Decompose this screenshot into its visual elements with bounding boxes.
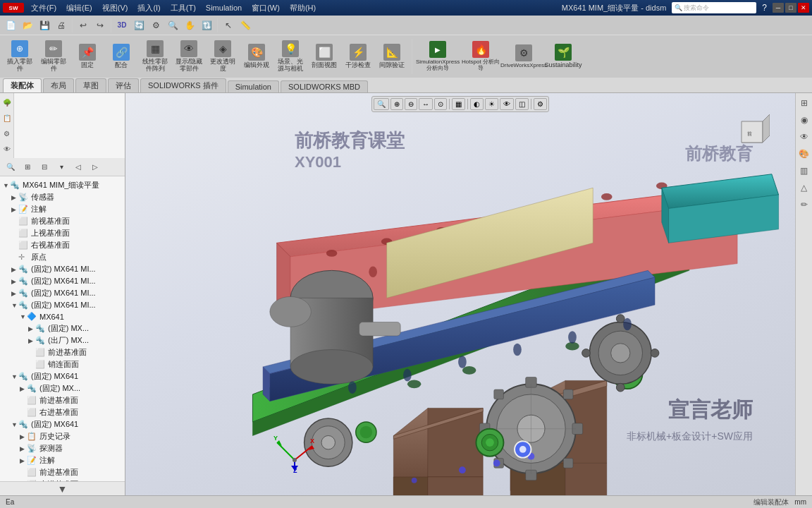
menu-tools[interactable]: 工具(T) xyxy=(168,3,199,13)
tb-undo-btn[interactable]: ↩ xyxy=(75,18,91,33)
menu-window[interactable]: 窗口(W) xyxy=(249,3,283,13)
tb-pan-btn[interactable]: ✋ xyxy=(182,18,197,33)
maximize-btn[interactable]: □ xyxy=(785,3,796,13)
tab-evaluate[interactable]: 评估 xyxy=(108,78,139,92)
tab-assembly[interactable]: 装配体 xyxy=(3,78,42,92)
rp-display[interactable]: ◉ xyxy=(797,113,811,127)
tree-item-root[interactable]: ▼ 🔩 MX641 MIM_细读平量 xyxy=(1,179,123,191)
tb-rotate-btn[interactable]: 🔃 xyxy=(199,18,214,33)
tree-item-annotations[interactable]: ▶ 📝 注解 xyxy=(1,203,123,215)
tb-rebuild-btn[interactable]: 🔄 xyxy=(131,18,147,33)
tree-arrow-sub1a1: ▶ xyxy=(28,325,35,332)
tb-clearance-btn[interactable]: 📐 间隙验证 xyxy=(376,38,407,75)
help-btn[interactable]: ? xyxy=(762,3,767,13)
tb-hotspot-btn[interactable]: 🔥 Hotspot 分析向导 xyxy=(462,38,500,75)
tb-print-btn[interactable]: 🖨 xyxy=(54,18,69,33)
tree-item-sub1a1[interactable]: ▶ 🔩 (固定) MX... xyxy=(1,322,123,334)
rp-reference[interactable]: △ xyxy=(797,181,811,195)
tree-item-sub3-2[interactable]: ▶ 📡 探测器 xyxy=(1,442,123,454)
tab-simulation[interactable]: Simulation xyxy=(228,80,279,92)
tb-meas-btn[interactable]: 📏 xyxy=(238,18,253,33)
minimize-btn[interactable]: ─ xyxy=(773,3,784,13)
tree-item-top-plane[interactable]: ⬜ 上视基准面 xyxy=(1,227,123,239)
tb-appearance-btn[interactable]: 🎨 编辑外观 xyxy=(241,38,272,75)
tb-pattern-btn[interactable]: ▦ 线性零部件阵列 xyxy=(140,38,171,75)
rp-appear[interactable]: 🎨 xyxy=(797,147,811,161)
menu-simulation[interactable]: Simulation xyxy=(203,4,245,12)
tb-redo-btn[interactable]: ↪ xyxy=(92,18,108,33)
tb-edit-component-btn[interactable]: ✏ 编辑零部件 xyxy=(38,38,69,75)
ft-side-tree-icon[interactable]: 🌳 xyxy=(1,96,13,109)
ft-side-prop-icon[interactable]: 📋 xyxy=(1,111,13,124)
tree-item-plane1[interactable]: ⬜ 前进基准面 xyxy=(1,346,123,358)
menu-edit[interactable]: 编辑(E) xyxy=(63,3,95,13)
tree-icon-mx641-1: 🔩 xyxy=(18,265,30,274)
tb-options-btn[interactable]: ⚙ xyxy=(148,18,164,33)
tree-expand-bottom[interactable]: ▼ xyxy=(0,481,125,495)
tb-scene-btn[interactable]: 💡 场景、光源与相机 xyxy=(275,38,306,75)
tree-item-mx641-sub3[interactable]: ▼ 🔩 (固定) MX641 xyxy=(1,418,123,430)
tree-item-right-plane[interactable]: ⬜ 右视基准面 xyxy=(1,239,123,251)
tree-options-btn[interactable]: ▾ xyxy=(54,159,69,175)
tb-insert-component-btn[interactable]: ⊕ 插入零部件 xyxy=(4,38,35,75)
tree-collapse-btn[interactable]: ⊟ xyxy=(37,159,52,175)
tree-filter-btn[interactable]: 🔍 xyxy=(3,159,18,175)
tree-item-mx641-sub1a[interactable]: ▼ 🔷 MX641 xyxy=(1,311,123,322)
tree-item-mx641-sub1[interactable]: ▼ 🔩 (固定) MX641 MI... xyxy=(1,299,123,311)
search-bar[interactable]: 🔍 搜索命令 xyxy=(672,2,756,13)
tree-item-sub3-4[interactable]: ⬜ 前进基准面 xyxy=(1,466,123,478)
tree-item-mx641-3[interactable]: ▶ 🔩 (固定) MX641 MI... xyxy=(1,287,123,299)
tree-item-sub2b2[interactable]: ⬜ 右进基准面 xyxy=(1,406,123,418)
tab-sw-addins[interactable]: SOLIDWORKS 插件 xyxy=(140,78,226,92)
tree-back-btn[interactable]: ◁ xyxy=(70,159,86,175)
menu-insert[interactable]: 插入(I) xyxy=(135,3,163,13)
tree-item-sub2b1[interactable]: ⬜ 前进基准面 xyxy=(1,394,123,406)
rp-hide[interactable]: 👁 xyxy=(797,130,811,144)
tb-showhide-btn[interactable]: 👁 显示/隐藏零部件 xyxy=(173,38,204,75)
tree-item-sub1a2[interactable]: ▶ 🔩 (出厂) MX... xyxy=(1,334,123,346)
close-btn[interactable]: ✕ xyxy=(798,3,809,13)
tree-item-origin[interactable]: ✛ 原点 xyxy=(1,251,123,263)
menu-file[interactable]: 文件(F) xyxy=(28,3,59,13)
rp-view-orient[interactable]: ⊞ xyxy=(797,96,811,110)
tree-item-sensors[interactable]: ▶ 📡 传感器 xyxy=(1,191,123,203)
tb-zoom-btn[interactable]: 🔍 xyxy=(165,18,180,33)
tree-label-sub3-2: 探测器 xyxy=(39,443,63,454)
tb-mate-btn[interactable]: 🔗 配合 xyxy=(106,38,137,75)
tb-sel-btn[interactable]: ↖ xyxy=(221,18,236,33)
tree-item-sub3-3[interactable]: ▶ 📝 注解 xyxy=(1,454,123,466)
tree-item-plane2[interactable]: ⬜ 销连面面 xyxy=(1,358,123,370)
menu-view[interactable]: 视图(V) xyxy=(99,3,131,13)
tab-sw-mbd[interactable]: SOLIDWORKS MBD xyxy=(281,80,368,92)
rp-annote[interactable]: ✏ xyxy=(797,198,811,212)
tree-item-sub3-1[interactable]: ▶ 📋 历史记录 xyxy=(1,430,123,442)
ft-side-config-icon[interactable]: ⚙ xyxy=(1,127,13,140)
tb-transparency-btn[interactable]: ◈ 更改透明度 xyxy=(207,38,238,75)
tree-item-mx641-2[interactable]: ▶ 🔩 (固定) MX641 MI... xyxy=(1,275,123,287)
tree-item-sub2a[interactable]: ▶ 🔩 (固定) MX... xyxy=(1,382,123,394)
tree-item-mx641-sub2[interactable]: ▼ 🔩 (固定) MX641 xyxy=(1,370,123,382)
tree-item-mx641-1[interactable]: ▶ 🔩 (固定) MX641 MI... xyxy=(1,263,123,275)
tb-fix-btn[interactable]: 📌 固定 xyxy=(72,38,103,75)
tb-new-btn[interactable]: 📄 xyxy=(3,18,18,33)
tb-simxpress-btn[interactable]: ▶ SimulationXpress 分析向导 xyxy=(417,38,459,75)
viewport[interactable]: 🔍 ⊕ ⊖ ↔ ⊙ ▦ ◐ ☀ 👁 ◫ ⚙ xyxy=(125,93,795,495)
tb-3d-btn[interactable]: 3D xyxy=(114,18,130,33)
tb-driveworks-btn[interactable]: ⚙ DriveWorksXpress xyxy=(503,38,545,75)
right-panel: ⊞ ◉ 👁 🎨 ▥ △ ✏ xyxy=(795,93,812,495)
tb-section-btn[interactable]: ⬜ 剖面视图 xyxy=(309,38,340,75)
tab-layout[interactable]: 布局 xyxy=(43,78,74,92)
rp-section[interactable]: ▥ xyxy=(797,164,811,178)
view-cube[interactable]: 前 xyxy=(734,114,770,150)
tb-open-btn[interactable]: 📂 xyxy=(20,18,35,33)
tab-sketch[interactable]: 草图 xyxy=(75,78,106,92)
tree-expand-btn[interactable]: ⊞ xyxy=(20,159,35,175)
ft-side-display-icon[interactable]: 👁 xyxy=(1,143,13,155)
tree-item-front-plane[interactable]: ⬜ 前视基准面 xyxy=(1,215,123,227)
tb-save-btn[interactable]: 💾 xyxy=(37,18,52,33)
tb-interference-btn[interactable]: ⚡ 干涉检查 xyxy=(343,38,374,75)
title-bar: SW 文件(F) 编辑(E) 视图(V) 插入(I) 工具(T) Simulat… xyxy=(0,0,812,16)
tb-sustainability-btn[interactable]: 🌱 Sustainability xyxy=(548,38,579,75)
menu-help[interactable]: 帮助(H) xyxy=(287,3,319,13)
tree-fwd-btn[interactable]: ▷ xyxy=(87,159,103,175)
